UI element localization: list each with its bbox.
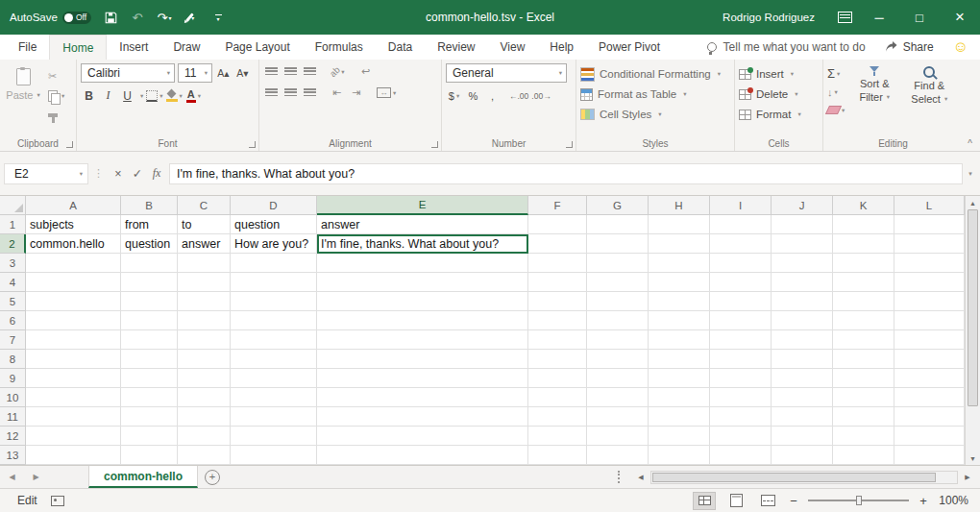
cell-E6[interactable] bbox=[317, 311, 528, 330]
cell-I1[interactable] bbox=[710, 215, 772, 234]
cell-J5[interactable] bbox=[772, 292, 833, 311]
increase-indent-button[interactable]: ⇥ bbox=[348, 85, 364, 101]
feedback-smiley-icon[interactable]: ☺ bbox=[953, 39, 968, 55]
cell-C2[interactable]: answer bbox=[178, 234, 231, 254]
cell-D1[interactable]: question bbox=[231, 215, 317, 234]
cell-L13[interactable] bbox=[894, 446, 965, 465]
paste-button[interactable]: Paste▾ bbox=[4, 63, 42, 136]
cell-C10[interactable] bbox=[178, 388, 231, 407]
cell-D11[interactable] bbox=[231, 407, 317, 427]
cell-K13[interactable] bbox=[833, 446, 894, 465]
font-size-select[interactable]: 11▾ bbox=[178, 63, 212, 83]
cell-B10[interactable] bbox=[121, 388, 178, 407]
cell-styles-button[interactable]: Cell Styles▾ bbox=[580, 106, 730, 123]
enter-button[interactable]: ✓ bbox=[128, 163, 147, 184]
cell-F7[interactable] bbox=[528, 330, 587, 350]
conditional-formatting-button[interactable]: Conditional Formatting▾ bbox=[580, 65, 730, 83]
cell-A5[interactable] bbox=[26, 292, 121, 311]
column-header-G[interactable]: G bbox=[587, 196, 649, 215]
new-sheet-button[interactable]: + bbox=[198, 466, 227, 488]
cell-K5[interactable] bbox=[833, 292, 894, 311]
grow-font-button[interactable]: A▴ bbox=[215, 65, 232, 82]
column-header-L[interactable]: L bbox=[894, 196, 965, 215]
cell-C1[interactable]: to bbox=[178, 215, 231, 234]
row-header-5[interactable]: 5 bbox=[0, 292, 26, 311]
cell-H13[interactable] bbox=[649, 446, 710, 465]
cell-B2[interactable]: question bbox=[121, 234, 178, 254]
cell-K4[interactable] bbox=[833, 273, 894, 292]
cell-C4[interactable] bbox=[178, 273, 231, 292]
cell-C12[interactable] bbox=[178, 427, 231, 446]
cell-A10[interactable] bbox=[26, 388, 121, 407]
ribbon-display-options-button[interactable] bbox=[830, 0, 859, 35]
cell-B1[interactable]: from bbox=[121, 215, 178, 234]
cell-H10[interactable] bbox=[649, 388, 710, 407]
cell-G12[interactable] bbox=[587, 427, 649, 446]
cell-K8[interactable] bbox=[833, 350, 894, 369]
row-header-10[interactable]: 10 bbox=[0, 388, 26, 407]
cell-J4[interactable] bbox=[772, 273, 833, 292]
cell-F5[interactable] bbox=[528, 292, 587, 311]
tab-page-layout[interactable]: Page Layout bbox=[212, 35, 302, 60]
cell-E11[interactable] bbox=[317, 407, 528, 427]
cancel-button[interactable]: × bbox=[109, 163, 128, 184]
cell-D9[interactable] bbox=[231, 369, 317, 388]
cell-G7[interactable] bbox=[587, 330, 649, 350]
scroll-up-icon[interactable]: ▲ bbox=[966, 196, 980, 209]
wrap-text-button[interactable]: ↩ bbox=[357, 63, 374, 80]
cell-C7[interactable] bbox=[178, 330, 231, 350]
undo-button[interactable]: ↶ bbox=[130, 6, 145, 29]
cell-H3[interactable] bbox=[649, 254, 710, 273]
decrease-decimal-button[interactable]: .00→ bbox=[531, 87, 551, 104]
cell-L2[interactable] bbox=[894, 234, 965, 254]
cell-H9[interactable] bbox=[649, 369, 710, 388]
cell-I2[interactable] bbox=[710, 234, 772, 254]
insert-cells-button[interactable]: Insert▾ bbox=[739, 65, 819, 83]
row-header-13[interactable]: 13 bbox=[0, 446, 26, 465]
tab-splitter-handle[interactable] bbox=[618, 471, 624, 483]
cell-H7[interactable] bbox=[649, 330, 710, 350]
cell-B3[interactable] bbox=[121, 254, 178, 273]
cell-B12[interactable] bbox=[121, 427, 178, 446]
cell-H6[interactable] bbox=[649, 311, 710, 330]
vertical-scrollbar[interactable]: ▲ ▼ bbox=[965, 196, 980, 465]
cell-K6[interactable] bbox=[833, 311, 894, 330]
redo-button[interactable]: ↷▾ bbox=[157, 6, 172, 29]
cell-F4[interactable] bbox=[528, 273, 587, 292]
cell-F11[interactable] bbox=[528, 407, 587, 427]
fill-button[interactable]: ↓▾ bbox=[827, 85, 845, 99]
cell-D6[interactable] bbox=[231, 311, 317, 330]
save-button[interactable] bbox=[103, 6, 118, 29]
cell-K1[interactable] bbox=[833, 215, 894, 234]
vertical-scroll-thumb[interactable] bbox=[968, 209, 978, 406]
cell-K10[interactable] bbox=[833, 388, 894, 407]
row-header-8[interactable]: 8 bbox=[0, 350, 26, 369]
cell-J8[interactable] bbox=[772, 350, 833, 369]
row-header-4[interactable]: 4 bbox=[0, 273, 26, 292]
cell-J1[interactable] bbox=[772, 215, 833, 234]
cell-E2[interactable]: I'm fine, thanks. What about you? bbox=[317, 234, 528, 254]
column-header-I[interactable]: I bbox=[710, 196, 772, 215]
format-cells-button[interactable]: Format▾ bbox=[739, 106, 819, 123]
cell-G3[interactable] bbox=[587, 254, 649, 273]
cell-D10[interactable] bbox=[231, 388, 317, 407]
number-format-select[interactable]: General▾ bbox=[446, 63, 567, 83]
inking-button[interactable]: ▾ bbox=[184, 6, 199, 29]
cell-A6[interactable] bbox=[26, 311, 121, 330]
delete-cells-button[interactable]: Delete▾ bbox=[739, 85, 819, 103]
tab-insert[interactable]: Insert bbox=[107, 35, 160, 60]
sheet-nav-right-icon[interactable]: ▶ bbox=[24, 466, 48, 488]
format-as-table-button[interactable]: Format as Table▾ bbox=[580, 85, 730, 103]
cell-D5[interactable] bbox=[231, 292, 317, 311]
cell-G9[interactable] bbox=[587, 369, 649, 388]
cell-I12[interactable] bbox=[710, 427, 772, 446]
cell-J9[interactable] bbox=[772, 369, 833, 388]
autosave-toggle[interactable]: AutoSave Off bbox=[10, 12, 91, 24]
sheet-tab-common-hello[interactable]: common-hello bbox=[88, 466, 198, 488]
cell-A1[interactable]: subjects bbox=[26, 215, 121, 234]
fill-color-button[interactable]: ▾ bbox=[166, 87, 183, 104]
cell-C8[interactable] bbox=[178, 350, 231, 369]
formula-bar-expand-icon[interactable]: ▾ bbox=[963, 170, 978, 178]
cell-G2[interactable] bbox=[587, 234, 649, 254]
hscroll-left-icon[interactable]: ◀ bbox=[634, 474, 648, 481]
